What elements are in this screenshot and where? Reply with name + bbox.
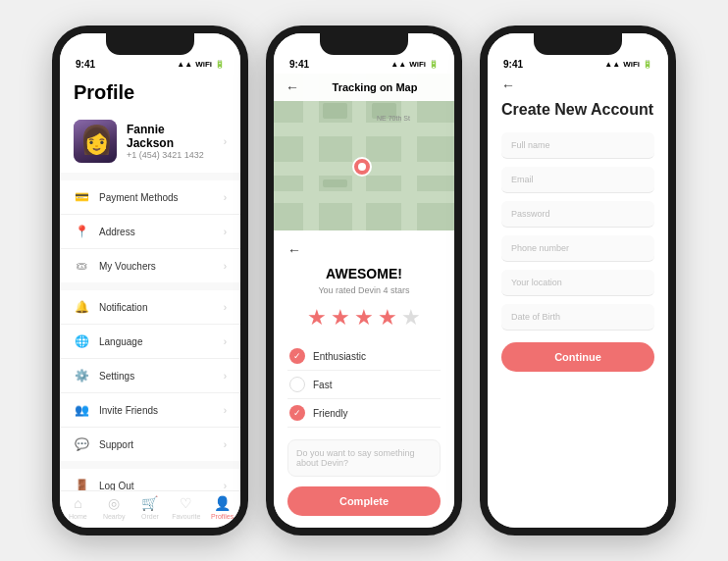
- rating-subtitle: You rated Devin 4 stars: [287, 285, 441, 295]
- password-field[interactable]: [501, 201, 654, 228]
- nav-nearby[interactable]: ◎ Nearby: [96, 495, 132, 520]
- svg-point-12: [358, 163, 366, 171]
- menu-item-vouchers[interactable]: 🎟 My Vouchers ›: [60, 249, 240, 282]
- profile-title: Profile: [60, 74, 240, 110]
- menu-item-support[interactable]: 💬 Support ›: [60, 428, 240, 461]
- email-field[interactable]: [501, 167, 654, 193]
- continue-button[interactable]: Continue: [501, 342, 654, 372]
- profile-phone: +1 (454) 3421 1432: [127, 150, 214, 160]
- complete-button[interactable]: Complete: [287, 486, 441, 516]
- menu-item-settings[interactable]: ⚙️ Settings ›: [60, 359, 240, 393]
- tag-list: ✓ Enthusiastic Fast ✓ Friendly: [287, 342, 441, 428]
- signal-icon-3: ▲▲: [604, 60, 620, 69]
- profile-screen: Profile Fannie Jackson +1 (454) 3421 143…: [60, 74, 240, 490]
- ca-back-button[interactable]: ←: [501, 77, 654, 93]
- svg-rect-4: [274, 123, 454, 136]
- menu-item-address[interactable]: 📍 Address ›: [60, 215, 240, 249]
- nav-home-label: Home: [69, 513, 87, 520]
- star-2[interactable]: ★: [331, 305, 350, 331]
- chevron-icon: ›: [224, 192, 227, 203]
- nav-favourite[interactable]: ♡ Favourite: [168, 495, 204, 520]
- stars-row[interactable]: ★ ★ ★ ★ ★: [287, 305, 441, 331]
- star-3[interactable]: ★: [354, 305, 374, 331]
- profile-header[interactable]: Fannie Jackson +1 (454) 3421 1432 ›: [60, 110, 240, 173]
- logout-icon: 🚪: [74, 478, 89, 490]
- dob-field[interactable]: [501, 304, 654, 331]
- profile-nav-icon: 👤: [214, 495, 231, 511]
- home-nav-icon: ⌂: [74, 495, 81, 511]
- tag-fast[interactable]: Fast: [287, 371, 441, 399]
- fullname-field[interactable]: [501, 132, 654, 159]
- comment-input[interactable]: Do you want to say something about Devin…: [287, 439, 441, 477]
- voucher-icon: 🎟: [74, 258, 89, 274]
- wifi-icon-2: WiFi: [409, 60, 426, 69]
- star-4[interactable]: ★: [378, 305, 397, 331]
- signal-icon-2: ▲▲: [390, 60, 406, 69]
- nav-profiles-label: Profiles: [211, 513, 234, 520]
- fav-nav-icon: ♡: [180, 495, 192, 511]
- nav-order-label: Order: [141, 513, 159, 520]
- check-enthusiastic: ✓: [289, 348, 305, 364]
- menu-label-vouchers: My Vouchers: [99, 261, 214, 272]
- check-friendly: ✓: [289, 405, 305, 421]
- check-fast: [289, 377, 305, 392]
- status-icons-2: ▲▲ WiFi 🔋: [390, 60, 439, 69]
- menu-item-language[interactable]: 🌐 Language ›: [60, 325, 240, 359]
- map-back-button[interactable]: ←: [286, 79, 299, 95]
- menu-item-payment[interactable]: 💳 Payment Methods ›: [60, 180, 240, 215]
- settings-icon: ⚙️: [74, 368, 89, 383]
- nav-profiles[interactable]: 👤 Profiles: [204, 495, 240, 520]
- star-5[interactable]: ★: [401, 305, 421, 331]
- time-1: 9:41: [76, 59, 95, 70]
- menu-label-notification: Notification: [99, 302, 214, 313]
- ca-title: Create New Account: [501, 101, 654, 119]
- menu-label-settings: Settings: [99, 371, 214, 382]
- signal-icon: ▲▲: [177, 60, 192, 69]
- status-bar-1: 9:41 ▲▲ WiFi 🔋: [60, 33, 240, 74]
- nav-nearby-label: Nearby: [103, 513, 126, 520]
- bottom-nav: ⌂ Home ◎ Nearby 🛒 Order ♡ Favourite 👤 Pr…: [60, 490, 240, 528]
- nearby-nav-icon: ◎: [108, 495, 120, 511]
- map-section: ← Tracking on Map NE 70th St: [274, 74, 454, 230]
- payment-icon: 💳: [74, 189, 89, 205]
- tag-friendly[interactable]: ✓ Friendly: [287, 399, 441, 428]
- menu-item-invite[interactable]: 👥 Invite Friends ›: [60, 393, 240, 428]
- tag-enthusiastic[interactable]: ✓ Enthusiastic: [287, 342, 441, 371]
- svg-rect-6: [274, 191, 454, 203]
- svg-rect-9: [323, 179, 347, 187]
- time-2: 9:41: [289, 59, 309, 70]
- menu-label-invite: Invite Friends: [99, 405, 214, 416]
- menu-item-notification[interactable]: 🔔 Notification ›: [60, 290, 240, 325]
- language-icon: 🌐: [74, 333, 89, 349]
- phone-field[interactable]: [501, 235, 654, 262]
- phone-create-account: 9:41 ▲▲ WiFi 🔋 ← Create New Account Cont…: [480, 26, 676, 536]
- chevron-icon: ›: [224, 405, 227, 416]
- status-icons-3: ▲▲ WiFi 🔋: [604, 60, 652, 69]
- chevron-icon: ›: [224, 302, 227, 313]
- status-icons-1: ▲▲ WiFi 🔋: [177, 60, 225, 69]
- nav-order[interactable]: 🛒 Order: [132, 495, 169, 520]
- avatar-image: [74, 120, 117, 163]
- chevron-icon: ›: [224, 371, 227, 382]
- phone-tracking: 9:41 ▲▲ WiFi 🔋 ← Tracking on Map: [266, 26, 462, 536]
- battery-icon-2: 🔋: [429, 60, 439, 69]
- chevron-icon: ›: [224, 336, 227, 347]
- time-3: 9:41: [503, 59, 523, 70]
- order-nav-icon: 🛒: [141, 495, 158, 511]
- phone-profile: 9:41 ▲▲ WiFi 🔋 Profile Fannie Jackson +1…: [52, 26, 248, 536]
- menu-item-logout[interactable]: 🚪 Log Out ›: [60, 469, 240, 490]
- awesome-title: AWESOME!: [287, 266, 441, 281]
- menu-label-logout: Log Out: [99, 481, 214, 491]
- map-title: Tracking on Map: [307, 81, 442, 93]
- nav-home[interactable]: ⌂ Home: [60, 495, 96, 520]
- rating-back-button[interactable]: ←: [287, 242, 441, 258]
- chevron-icon: ›: [224, 481, 227, 491]
- notification-icon: 🔔: [74, 299, 89, 315]
- tag-label-fast: Fast: [313, 380, 332, 390]
- star-1[interactable]: ★: [307, 305, 327, 331]
- chevron-icon: ›: [224, 261, 227, 272]
- profile-name: Fannie Jackson: [127, 123, 214, 150]
- menu-label-support: Support: [99, 439, 214, 450]
- location-field[interactable]: [501, 270, 654, 296]
- wifi-icon: WiFi: [195, 60, 212, 69]
